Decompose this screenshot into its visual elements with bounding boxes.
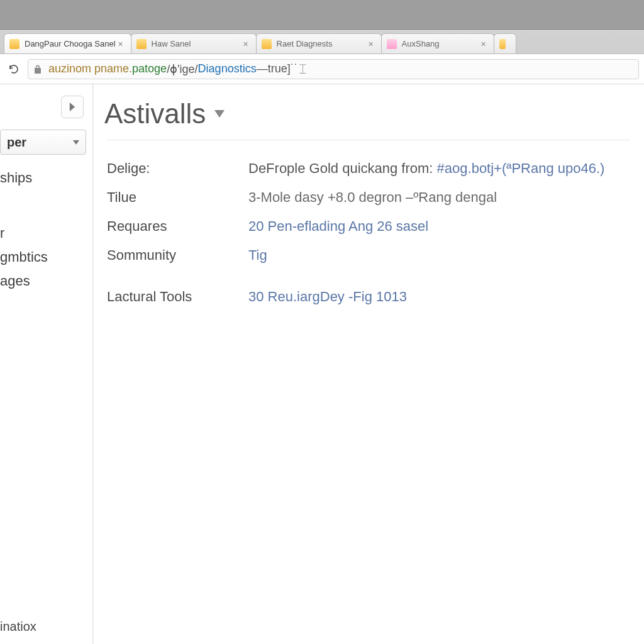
sidebar-nav: ships r gmbtics ages <box>0 166 92 293</box>
main-panel: Astivalls Delige: DeFrople Gold quickang… <box>93 84 644 644</box>
chevron-down-icon <box>73 140 79 145</box>
chevron-down-icon <box>214 110 225 118</box>
favicon-icon <box>387 39 397 49</box>
reload-button[interactable] <box>5 60 23 78</box>
tab-label: Haw Sanel <box>152 39 241 48</box>
field-label: Requares <box>107 218 248 235</box>
url-host: auzinom pname. <box>48 62 132 75</box>
field-value: DeFrople Gold quickang from: #aog.botj+(… <box>248 160 604 177</box>
close-icon[interactable]: × <box>479 39 489 49</box>
divider <box>107 140 630 140</box>
content-area: per ships r gmbtics ages inatiox Astival… <box>0 84 644 644</box>
omnibox[interactable]: auzinom pname. patoge /ϕ'ige/ Diagnostic… <box>28 59 639 79</box>
field-value: 3-Mole dasy +8.0 degron –ºRang dengal <box>248 189 497 206</box>
tab-2[interactable]: Raet Diagnests × <box>256 33 382 53</box>
url-sep: /ϕ'ige/ <box>167 62 197 76</box>
favicon-icon <box>262 39 272 49</box>
row-delige: Delige: DeFrople Gold quickang from: #ao… <box>107 154 630 183</box>
sidebar-item-1[interactable] <box>0 190 92 197</box>
tab-0[interactable]: DangPaur Chooga Sanel × <box>4 33 131 53</box>
sidebar: per ships r gmbtics ages inatiox <box>0 84 93 644</box>
tab-1[interactable]: Haw Sanel × <box>131 33 257 53</box>
sidebar-dropdown[interactable]: per <box>0 130 86 155</box>
close-icon[interactable]: × <box>116 39 126 49</box>
sidebar-item-r[interactable]: r <box>0 221 92 245</box>
tab-label: DangPaur Chooga Sanel <box>25 39 116 48</box>
page-title-dropdown[interactable]: Astivalls <box>104 98 630 130</box>
field-label: Delige: <box>107 160 248 177</box>
close-icon[interactable]: × <box>241 39 251 49</box>
tab-label: AuxShang <box>402 39 479 48</box>
tab-label: Raet Diagnests <box>277 39 366 48</box>
page-title: Astivalls <box>104 98 206 130</box>
field-value: 20 Pen-eflading Ang 26 sasel <box>248 218 428 235</box>
sidebar-item-2[interactable] <box>0 197 92 205</box>
text-cursor-icon: ⌶ <box>299 62 306 75</box>
favicon-icon <box>9 39 19 49</box>
sidebar-footer[interactable]: inatiox <box>0 613 92 644</box>
sidebar-item-ages[interactable]: ages <box>0 269 92 293</box>
address-bar: auzinom pname. patoge /ϕ'ige/ Diagnostic… <box>0 54 644 84</box>
url-mid: patoge <box>132 62 167 75</box>
sidebar-collapse-button[interactable] <box>61 96 84 118</box>
lock-icon <box>33 64 42 74</box>
field-label: Tilue <box>107 189 248 206</box>
row-lactural-tools: Lactural Tools 30 Reu.iargDey -Fig 1013 <box>107 282 630 311</box>
url-path: Diagnostics <box>198 62 257 75</box>
row-sommunity: Sommunity Tig <box>107 241 630 270</box>
arrow-right-icon <box>68 103 77 111</box>
tab-3[interactable]: AuxShang × <box>381 33 494 53</box>
field-label: Sommunity <box>107 247 248 264</box>
close-icon[interactable]: × <box>366 39 376 49</box>
field-value: 30 Reu.iargDey -Fig 1013 <box>248 289 407 305</box>
row-requares: Requares 20 Pen-eflading Ang 26 sasel <box>107 212 630 241</box>
favicon-icon <box>136 39 147 49</box>
row-gap <box>107 270 630 282</box>
tabstrip: DangPaur Chooga Sanel × Haw Sanel × Raet… <box>0 30 644 54</box>
field-value: Tig <box>248 247 267 264</box>
row-tilue: Tilue 3-Mole dasy +8.0 degron –ºRang den… <box>107 183 630 212</box>
reload-icon <box>8 64 19 75</box>
tab-4[interactable] <box>494 33 516 53</box>
sidebar-gap <box>0 213 92 221</box>
window-chrome-gray <box>0 0 644 30</box>
sidebar-item-3[interactable] <box>0 205 92 213</box>
field-label: Lactural Tools <box>107 289 248 305</box>
sidebar-item-ships[interactable]: ships <box>0 166 92 190</box>
sidebar-item-gmbtics[interactable]: gmbtics <box>0 245 92 269</box>
url-tail: —true]˙˙ <box>257 62 298 75</box>
sidebar-dropdown-label: per <box>7 135 26 150</box>
favicon-icon <box>499 39 506 49</box>
